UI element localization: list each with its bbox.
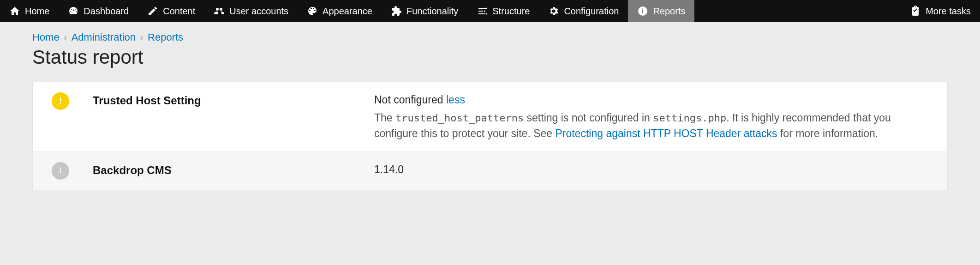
status-description: The trusted_host_patterns setting is not…: [374, 110, 933, 141]
help-link-host-header[interactable]: Protecting against HTTP HOST Header atta…: [555, 127, 777, 139]
nav-home[interactable]: Home: [0, 0, 59, 22]
svg-point-9: [60, 168, 61, 169]
code-settings-php: settings.php: [653, 112, 726, 124]
nav-label: Appearance: [323, 6, 372, 17]
status-table: Trusted Host Setting Not configured less…: [32, 82, 948, 190]
breadcrumb-link-home[interactable]: Home: [32, 31, 60, 43]
info-icon: [637, 6, 648, 17]
svg-rect-8: [60, 170, 61, 173]
nav-label: User accounts: [229, 6, 288, 17]
admin-bar-right: More tasks: [901, 0, 980, 22]
puzzle-icon: [391, 6, 402, 17]
nav-label: Structure: [492, 6, 530, 17]
status-row-backdrop-cms: Backdrop CMS 1.14.0: [33, 152, 947, 190]
chevron-right-icon: ›: [140, 33, 143, 42]
status-label: Backdrop CMS: [93, 162, 356, 177]
svg-point-1: [484, 11, 485, 12]
home-icon: [9, 6, 20, 17]
nav-more-tasks[interactable]: More tasks: [901, 0, 980, 22]
status-value-text: Not configured: [374, 94, 443, 106]
nav-label: More tasks: [926, 6, 971, 17]
pencil-icon: [147, 6, 158, 17]
status-row-trusted-host: Trusted Host Setting Not configured less…: [33, 82, 947, 152]
status-severity-icon: [47, 92, 74, 110]
nav-label: Dashboard: [84, 6, 129, 17]
admin-bar: Home Dashboard Content User accounts App: [0, 0, 980, 22]
code-trusted-host-patterns: trusted_host_patterns: [395, 112, 524, 124]
svg-point-7: [60, 103, 61, 104]
nav-functionality[interactable]: Functionality: [382, 0, 467, 22]
breadcrumb-link-administration[interactable]: Administration: [72, 31, 136, 43]
nav-configuration[interactable]: Configuration: [539, 0, 628, 22]
admin-bar-left: Home Dashboard Content User accounts App: [0, 0, 694, 22]
nav-dashboard[interactable]: Dashboard: [59, 0, 138, 22]
svg-point-2: [486, 13, 487, 15]
nav-content[interactable]: Content: [138, 0, 204, 22]
users-icon: [214, 6, 225, 17]
svg-rect-6: [60, 98, 61, 102]
nav-user-accounts[interactable]: User accounts: [204, 0, 298, 22]
nav-label: Reports: [653, 6, 685, 17]
status-severity-icon: [47, 162, 74, 180]
nav-label: Configuration: [564, 6, 619, 17]
status-value-text: 1.14.0: [374, 163, 404, 175]
nav-reports[interactable]: Reports: [628, 0, 694, 22]
breadcrumb: Home › Administration › Reports: [32, 31, 948, 43]
nav-appearance[interactable]: Appearance: [298, 0, 382, 22]
toggle-details-link[interactable]: less: [446, 94, 465, 106]
status-value: 1.14.0: [374, 162, 933, 177]
status-label: Trusted Host Setting: [93, 92, 356, 107]
status-value: Not configured less The trusted_host_pat…: [374, 92, 933, 141]
nav-label: Content: [163, 6, 195, 17]
nav-structure[interactable]: Structure: [467, 0, 539, 22]
page-header: Home › Administration › Reports Status r…: [0, 22, 980, 82]
nav-label: Functionality: [406, 6, 458, 17]
svg-rect-4: [642, 10, 643, 13]
nav-label: Home: [25, 6, 49, 17]
structure-icon: [477, 6, 488, 17]
svg-point-0: [486, 8, 487, 9]
info-icon: [52, 162, 69, 180]
chevron-right-icon: ›: [64, 33, 67, 42]
warning-icon: [52, 92, 69, 110]
content: Trusted Host Setting Not configured less…: [0, 82, 980, 209]
svg-point-5: [642, 8, 644, 10]
breadcrumb-link-reports[interactable]: Reports: [148, 31, 183, 43]
dashboard-icon: [68, 6, 79, 17]
gear-icon: [548, 6, 559, 17]
clipboard-icon: [910, 6, 921, 17]
page-title: Status report: [32, 46, 948, 68]
palette-icon: [307, 6, 318, 17]
